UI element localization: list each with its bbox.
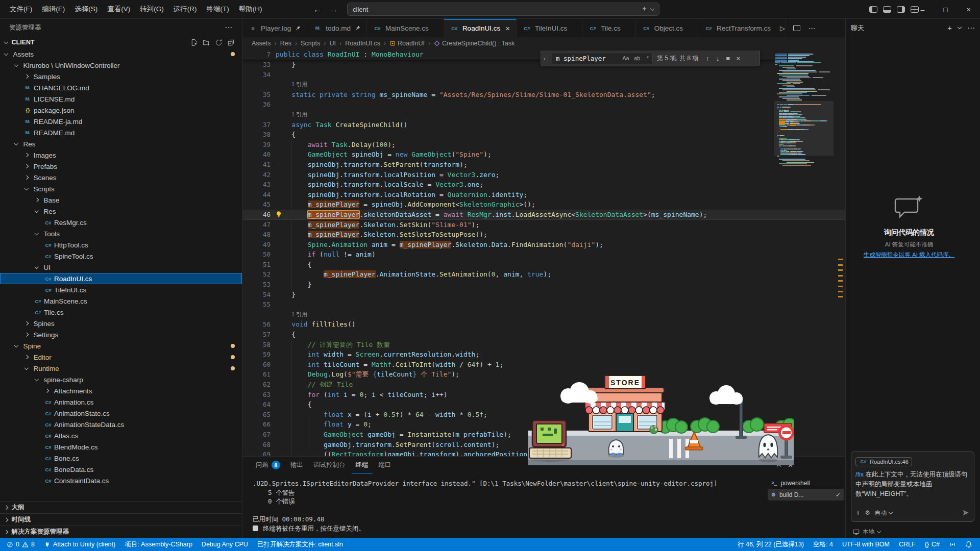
code-line[interactable]: 35 static private string ms_spineName = …: [242, 90, 845, 100]
tab-player-log[interactable]: ≡Player.log: [242, 19, 307, 37]
copilot-icon[interactable]: [641, 6, 648, 13]
back-icon[interactable]: ←: [313, 5, 322, 14]
code-line[interactable]: 42 spineObj.transform.localPosition = Ve…: [242, 170, 845, 180]
codelens-references[interactable]: 1 引用: [291, 81, 307, 88]
code-line[interactable]: 61 Debug.Log($"需要 {tileCount} 个 Tile");: [242, 369, 845, 380]
code-line[interactable]: 67 GameObject gameObj = Instantiate(m_pr…: [242, 430, 845, 440]
pin-icon[interactable]: [296, 26, 301, 31]
collapse-all-icon[interactable]: [227, 39, 235, 46]
tree-file-httptool-cs[interactable]: C#HttpTool.cs: [0, 239, 242, 251]
minimap[interactable]: [775, 54, 832, 179]
close-find-icon[interactable]: ×: [733, 55, 743, 62]
tree-file-bone-cs[interactable]: C#Bone.cs: [0, 453, 242, 464]
new-chat-icon[interactable]: +: [947, 23, 952, 32]
tree-file-package-json[interactable]: {}package.json: [0, 105, 242, 116]
code-line[interactable]: 51 {: [242, 260, 845, 270]
close-icon[interactable]: ×: [505, 24, 510, 33]
menu-item[interactable]: 帮助(H): [234, 3, 267, 16]
regex-toggle[interactable]: .*: [644, 55, 650, 62]
tree-file-readme-md[interactable]: M↓README.md: [0, 127, 242, 138]
overview-ruler[interactable]: [838, 19, 844, 456]
code-line[interactable]: 54 }: [242, 290, 845, 300]
panel-tab-[interactable]: 终端: [352, 457, 373, 474]
chevron-down-icon[interactable]: [958, 25, 962, 29]
attach-debugger-button[interactable]: Attach to Unity (client): [39, 538, 120, 551]
codelens-references[interactable]: 1 引用: [291, 311, 307, 318]
more-actions-icon[interactable]: ⋯: [808, 24, 815, 32]
code-line[interactable]: 55: [242, 299, 845, 310]
new-file-icon[interactable]: [190, 39, 198, 46]
tree-folder-base[interactable]: Base: [0, 194, 242, 206]
menu-item[interactable]: 文件(F): [5, 3, 37, 16]
menu-item[interactable]: 编辑(E): [37, 3, 69, 16]
code-line[interactable]: 56 void fillTiles(): [242, 319, 845, 330]
breadcrumb-item[interactable]: CreateSpineChild() : Task: [434, 40, 514, 47]
code-line[interactable]: 52 m_spinePlayer.AnimationState.SetAnima…: [242, 269, 845, 280]
code-line[interactable]: 68 gameObj.transform.SetParent(scroll.co…: [242, 440, 845, 450]
command-center[interactable]: client: [347, 3, 659, 16]
terminal-task-powershell[interactable]: >_powershell: [768, 477, 844, 489]
panel-tab-[interactable]: 调试控制台: [309, 457, 350, 474]
split-editor-icon[interactable]: [793, 25, 800, 31]
model-picker[interactable]: 自动: [875, 509, 892, 517]
terminal-output[interactable]: .U2D.Sprites.ISpriteEditorDataProvider i…: [253, 479, 760, 533]
tree-folder-runtime[interactable]: Runtime: [0, 363, 242, 374]
chat-welcome-link[interactable]: 生成智能指令以将 AI 载入代码库。: [851, 251, 967, 259]
notifications-bell-icon[interactable]: [961, 538, 977, 551]
chat-input-box[interactable]: C# RoadInUI.cs:46 /fix 在此上下文中，无法使用在顶级语句中…: [851, 452, 974, 522]
whole-word-toggle[interactable]: ab: [632, 55, 642, 62]
explorer-section-header[interactable]: CLIENT: [0, 36, 242, 48]
find-input[interactable]: m_spinePlayer Aa ab .*: [552, 53, 653, 64]
tree-file-bonedata-cs[interactable]: C#BoneData.cs: [0, 464, 242, 475]
tab-todo-md[interactable]: M↓todo.md: [307, 19, 367, 37]
sidebar-section[interactable]: 解决方案资源管理器: [0, 525, 242, 538]
tree-folder-ui[interactable]: UI: [0, 262, 242, 273]
tree-file-atlas-cs[interactable]: C#Atlas.cs: [0, 430, 242, 441]
send-icon[interactable]: [962, 509, 969, 516]
tree-folder-res[interactable]: Res: [0, 138, 242, 149]
menu-item[interactable]: 运行(R): [169, 3, 202, 16]
tree-file-license-md[interactable]: M↓LICENSE.md: [0, 93, 242, 105]
eol-setting[interactable]: CRLF: [894, 538, 920, 551]
more-actions-icon[interactable]: ⋯: [967, 23, 975, 33]
code-line[interactable]: 59 int width = Screen.currentResolution.…: [242, 349, 845, 360]
tree-folder-assets[interactable]: Assets: [0, 48, 242, 60]
tree-file-blendmode-cs[interactable]: C#BlendMode.cs: [0, 441, 242, 453]
tree-file-animation-cs[interactable]: C#Animation.cs: [0, 396, 242, 408]
chat-session-picker[interactable]: 本地: [853, 528, 880, 536]
tree-folder-settings[interactable]: Settings: [0, 329, 242, 340]
tab-tileinui-cs[interactable]: C#TileInUI.cs: [517, 19, 582, 37]
code-line[interactable]: 37 async Task CreateSpineChild(): [242, 120, 845, 130]
tree-file-animationstatedata-cs[interactable]: C#AnimationStateData.cs: [0, 419, 242, 430]
code-line[interactable]: 57 {: [242, 330, 845, 340]
menu-item[interactable]: 转到(G): [135, 3, 168, 16]
tree-folder-spines[interactable]: Spines: [0, 318, 242, 329]
tab-recttransform-cs[interactable]: C#RectTransform.cs: [698, 19, 786, 37]
tree-folder-editor[interactable]: Editor: [0, 352, 242, 363]
code-line[interactable]: 50 if (null != anim): [242, 249, 845, 260]
menu-item[interactable]: 选择(S): [70, 3, 102, 16]
run-icon[interactable]: ▷: [780, 24, 785, 32]
tree-file-readme-ja-md[interactable]: M↓README-ja.md: [0, 116, 242, 127]
code-line[interactable]: 65 float x = (i + 0.5f) * 64 - width * 0…: [242, 410, 845, 420]
code-line[interactable]: 53 }: [242, 280, 845, 290]
code-line[interactable]: 41 spineObj.transform.SetParent(transfor…: [242, 160, 845, 170]
tree-folder-spine[interactable]: Spine: [0, 340, 242, 352]
tree-folder-tools[interactable]: Tools: [0, 228, 242, 239]
toggle-sidebar-icon[interactable]: [869, 6, 877, 13]
chat-input-text[interactable]: /fix 在此上下文中，无法使用在顶级语句中声明的局部变量或本地函数“WIN_H…: [855, 470, 970, 499]
panel-tab-[interactable]: 输出: [286, 457, 307, 474]
pin-icon[interactable]: [355, 26, 360, 31]
breadcrumb-item[interactable]: Res: [280, 40, 291, 47]
tree-folder-samples[interactable]: Samples: [0, 71, 242, 82]
toggle-secondary-sidebar-icon[interactable]: [897, 6, 905, 13]
tree-folder-spine-csharp[interactable]: spine-csharp: [0, 374, 242, 385]
solution-status[interactable]: 已打开解决方案文件: client.sln: [253, 538, 348, 551]
previous-match-icon[interactable]: ↑: [702, 55, 713, 62]
code-line[interactable]: 34: [242, 70, 845, 80]
tree-folder-res[interactable]: Res: [0, 206, 242, 217]
code-line[interactable]: 36: [242, 99, 845, 110]
breadcrumb-item[interactable]: RoadInUI.cs: [345, 40, 380, 47]
toggle-replace-chevron[interactable]: ›: [541, 51, 548, 66]
code-line[interactable]: 43 spineObj.transform.localScale = Vecto…: [242, 180, 845, 190]
